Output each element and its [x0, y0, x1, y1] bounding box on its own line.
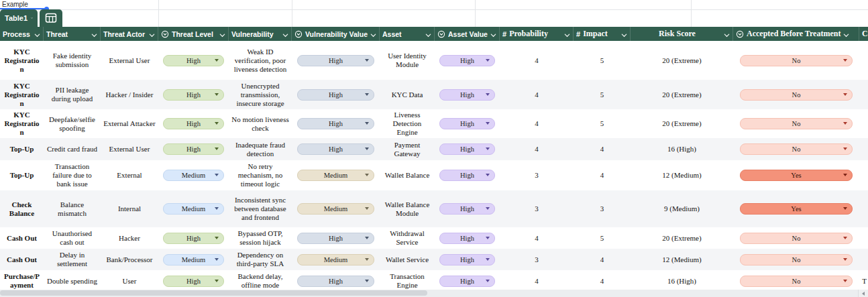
accepted-select-pill[interactable]: No: [740, 143, 853, 155]
cell-threat_level[interactable]: High: [158, 270, 229, 292]
cell-extra[interactable]: [859, 227, 868, 249]
cell-accepted[interactable]: No: [733, 80, 859, 109]
threat_level-select-pill[interactable]: High: [163, 276, 224, 287]
cell-vulnerability[interactable]: Bypassed OTP, session hijack: [229, 227, 292, 249]
cell-vulnerability_value[interactable]: High: [292, 41, 380, 80]
threat_level-select-pill[interactable]: High: [163, 233, 224, 244]
cell-vulnerability[interactable]: Inadequate fraud detection: [229, 138, 292, 160]
cell-risk_score[interactable]: 20 (Extreme): [631, 41, 733, 80]
asset_value-select-pill[interactable]: High: [439, 118, 496, 129]
asset_value-select-pill[interactable]: High: [439, 276, 496, 287]
accepted-select-pill[interactable]: Yes: [740, 203, 853, 215]
cell-threat_actor[interactable]: Internal: [101, 190, 158, 227]
accepted-select-pill[interactable]: No: [740, 55, 853, 66]
asset_value-select-pill[interactable]: High: [439, 203, 496, 215]
cell-accepted[interactable]: No: [733, 109, 859, 138]
cell-asset_value[interactable]: High: [435, 80, 500, 109]
cell-asset_value[interactable]: High: [435, 160, 500, 190]
cell-accepted[interactable]: Yes: [733, 190, 859, 227]
asset_value-select-pill[interactable]: High: [439, 143, 496, 155]
cell-threat[interactable]: Unauthorised cash out: [44, 227, 101, 249]
cell-asset_value[interactable]: High: [435, 227, 500, 249]
cell-vulnerability[interactable]: Weak ID verification, poor liveness dete…: [229, 41, 292, 80]
cell-threat_actor[interactable]: External User: [101, 41, 158, 80]
asset_value-select-pill[interactable]: High: [439, 254, 496, 265]
cell-vulnerability[interactable]: Inconsistent sync between database and f…: [229, 190, 292, 227]
cell-impact[interactable]: 5: [574, 41, 631, 80]
cell-process[interactable]: Check Balance: [0, 190, 44, 227]
cell-extra[interactable]: [859, 80, 868, 109]
cell-process[interactable]: KYC Registration: [0, 41, 44, 80]
cell-asset[interactable]: Wallet Balance Module: [380, 190, 435, 227]
accepted-select-pill[interactable]: No: [740, 89, 853, 101]
cell-asset[interactable]: Payment Gateway: [380, 138, 435, 160]
cell-threat[interactable]: Credit card fraud: [44, 138, 101, 160]
cell-threat_actor[interactable]: User: [101, 270, 158, 292]
column-header-process[interactable]: Process: [0, 27, 44, 41]
cell-extra[interactable]: [859, 190, 868, 227]
cell-risk_score[interactable]: 9 (Medium): [631, 190, 733, 227]
cell-process[interactable]: Purchase/Payment: [0, 270, 44, 292]
cell-threat_level[interactable]: High: [158, 80, 229, 109]
cell-threat_level[interactable]: Medium: [158, 160, 229, 190]
cell-risk_score[interactable]: 20 (Extreme): [631, 109, 733, 138]
cell-probability[interactable]: 4: [500, 227, 574, 249]
cell-threat_actor[interactable]: External: [101, 160, 158, 190]
accepted-select-pill[interactable]: No: [740, 276, 853, 287]
horizontal-scrollbar-track[interactable]: [0, 290, 868, 297]
vulnerability_value-select-pill[interactable]: High: [297, 233, 374, 244]
cell-extra[interactable]: [859, 138, 868, 160]
column-header-threat[interactable]: Threat: [44, 27, 101, 41]
cell-risk_score[interactable]: 16 (High): [631, 138, 733, 160]
cell-extra[interactable]: T: [859, 270, 868, 292]
cell-risk_score[interactable]: 20 (Extreme): [631, 227, 733, 249]
column-header-probability[interactable]: #Probability: [500, 27, 574, 41]
threat_level-select-pill[interactable]: Medium: [163, 203, 224, 215]
threat_level-select-pill[interactable]: Medium: [163, 170, 224, 181]
cell-threat_level[interactable]: Medium: [158, 249, 229, 270]
vulnerability_value-select-pill[interactable]: High: [297, 118, 374, 129]
cell-asset_value[interactable]: High: [435, 138, 500, 160]
cell-threat[interactable]: Fake identity submission: [44, 41, 101, 80]
accepted-select-pill[interactable]: No: [740, 254, 853, 265]
column-header-extra[interactable]: Co: [859, 27, 868, 41]
asset_value-select-pill[interactable]: High: [439, 89, 496, 101]
horizontal-scrollbar-thumb[interactable]: [0, 290, 427, 296]
cell-threat[interactable]: Delay in settlement: [44, 249, 101, 270]
threat_level-select-pill[interactable]: Medium: [163, 254, 224, 265]
cell-risk_score[interactable]: 12 (Medium): [631, 160, 733, 190]
cell-probability[interactable]: 3: [500, 190, 574, 227]
threat_level-select-pill[interactable]: High: [163, 55, 224, 66]
grid-view-tab[interactable]: [40, 9, 62, 27]
column-header-threat_level[interactable]: Threat Level: [158, 27, 229, 41]
cell-asset[interactable]: User Identity Module: [380, 41, 435, 80]
cell-probability[interactable]: 4: [500, 109, 574, 138]
cell-asset_value[interactable]: High: [435, 270, 500, 292]
cell-threat[interactable]: Double spending: [44, 270, 101, 292]
cell-vulnerability_value[interactable]: Medium: [292, 249, 380, 270]
cell-vulnerability_value[interactable]: High: [292, 138, 380, 160]
column-header-threat_actor[interactable]: Threat Actor: [101, 27, 158, 41]
cell-process[interactable]: Top-Up: [0, 160, 44, 190]
accepted-select-pill[interactable]: No: [740, 118, 853, 129]
cell-threat_level[interactable]: Medium: [158, 190, 229, 227]
vulnerability_value-select-pill[interactable]: Medium: [297, 203, 374, 215]
cell-asset[interactable]: Transaction Engine: [380, 270, 435, 292]
cell-vulnerability_value[interactable]: Medium: [292, 190, 380, 227]
cell-impact[interactable]: 3: [574, 190, 631, 227]
vulnerability_value-select-pill[interactable]: High: [297, 89, 374, 101]
cell-vulnerability[interactable]: No motion liveness check: [229, 109, 292, 138]
cell-accepted[interactable]: Yes: [733, 160, 859, 190]
cell-process[interactable]: KYC Registration: [0, 109, 44, 138]
cell-threat_actor[interactable]: External Attacker: [101, 109, 158, 138]
cell-impact[interactable]: 4: [574, 270, 631, 292]
cell-threat[interactable]: Balance mismatch: [44, 190, 101, 227]
cell-process[interactable]: Cash Out: [0, 249, 44, 270]
sheet-cell-text[interactable]: Example: [2, 1, 28, 8]
cell-accepted[interactable]: No: [733, 138, 859, 160]
cell-impact[interactable]: 5: [574, 227, 631, 249]
asset_value-select-pill[interactable]: High: [439, 55, 496, 66]
accepted-select-pill[interactable]: Yes: [740, 170, 853, 181]
cell-impact[interactable]: 4: [574, 138, 631, 160]
cell-process[interactable]: KYC Registration: [0, 80, 44, 109]
